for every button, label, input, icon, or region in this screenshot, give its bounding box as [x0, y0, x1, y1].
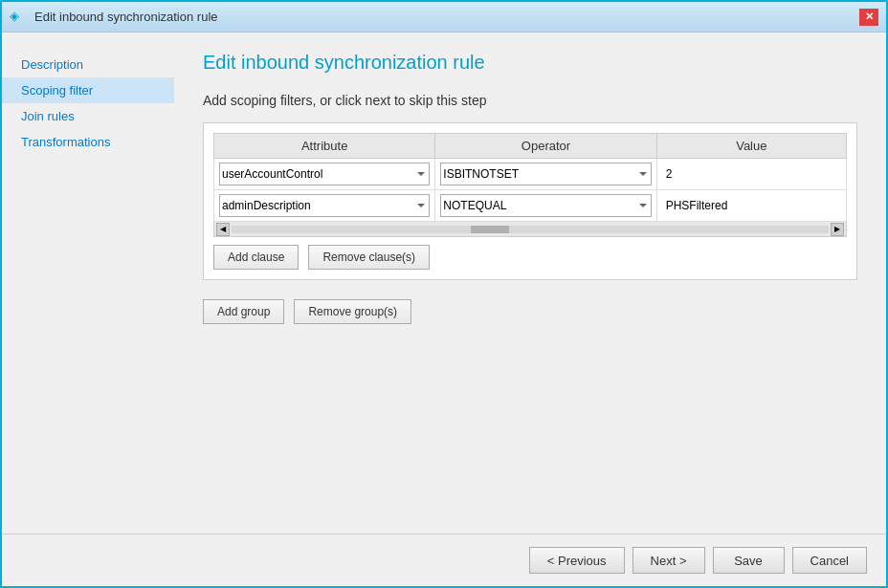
window-title: Edit inbound synchronization rule [34, 10, 218, 24]
sidebar-item-join-rules[interactable]: Join rules [2, 103, 174, 129]
save-button[interactable]: Save [713, 547, 785, 574]
main-content: Edit inbound synchronization rule Add sc… [174, 33, 886, 534]
filter-table: Attribute Operator Value userAccountCont… [213, 133, 847, 222]
previous-button[interactable]: < Previous [529, 547, 625, 574]
column-header-operator: Operator [435, 134, 656, 159]
row2-attribute-select[interactable]: adminDescription [219, 194, 430, 217]
next-button[interactable]: Next > [633, 547, 705, 574]
section-description: Add scoping filters, or click next to sk… [203, 93, 857, 108]
close-button[interactable]: ✕ [859, 9, 878, 26]
row1-attribute-cell: userAccountControl [214, 159, 435, 190]
scroll-right-arrow[interactable]: ▶ [831, 223, 844, 236]
row1-attribute-select[interactable]: userAccountControl [219, 163, 430, 185]
footer: < Previous Next > Save Cancel [2, 534, 886, 586]
table-row: userAccountControl ISBITNOTSET [214, 159, 847, 190]
row1-value-input[interactable] [662, 163, 841, 185]
row2-value-input[interactable] [662, 194, 841, 217]
add-group-button[interactable]: Add group [203, 299, 284, 324]
cancel-button[interactable]: Cancel [792, 547, 867, 574]
horizontal-scrollbar: ◀ ▶ [213, 222, 847, 237]
row1-value-cell [656, 159, 846, 190]
remove-clause-button[interactable]: Remove clause(s) [308, 245, 430, 270]
content-area: Description Scoping filter Join rules Tr… [2, 33, 886, 534]
add-clause-button[interactable]: Add clause [213, 245, 299, 270]
group-buttons: Add group Remove group(s) [203, 299, 857, 324]
row2-operator-select[interactable]: NOTEQUAL [440, 194, 651, 217]
scroll-track [232, 226, 829, 233]
remove-group-button[interactable]: Remove group(s) [294, 299, 411, 324]
row1-operator-cell: ISBITNOTSET [435, 159, 656, 190]
row2-attribute-cell: adminDescription [214, 190, 435, 222]
title-bar-left: ◈ Edit inbound synchronization rule [10, 9, 218, 26]
filter-group-box: Attribute Operator Value userAccountCont… [203, 122, 857, 280]
sidebar-item-transformations[interactable]: Transformations [2, 129, 174, 155]
column-header-attribute: Attribute [214, 134, 435, 159]
title-bar: ◈ Edit inbound synchronization rule ✕ [2, 2, 886, 33]
scroll-thumb [471, 226, 509, 233]
clause-buttons: Add clause Remove clause(s) [213, 245, 847, 270]
sidebar-item-description[interactable]: Description [2, 52, 174, 77]
page-title: Edit inbound synchronization rule [203, 52, 857, 74]
app-icon: ◈ [10, 9, 27, 26]
column-header-value: Value [656, 134, 846, 159]
row2-operator-cell: NOTEQUAL [435, 190, 656, 222]
sidebar-item-scoping-filter[interactable]: Scoping filter [2, 77, 174, 103]
row2-value-cell [656, 190, 846, 222]
sidebar: Description Scoping filter Join rules Tr… [2, 33, 174, 534]
table-row: adminDescription NOTEQUAL [214, 190, 847, 222]
row1-operator-select[interactable]: ISBITNOTSET [440, 163, 651, 185]
scroll-left-arrow[interactable]: ◀ [216, 223, 230, 236]
main-window: ◈ Edit inbound synchronization rule ✕ De… [0, 0, 888, 588]
